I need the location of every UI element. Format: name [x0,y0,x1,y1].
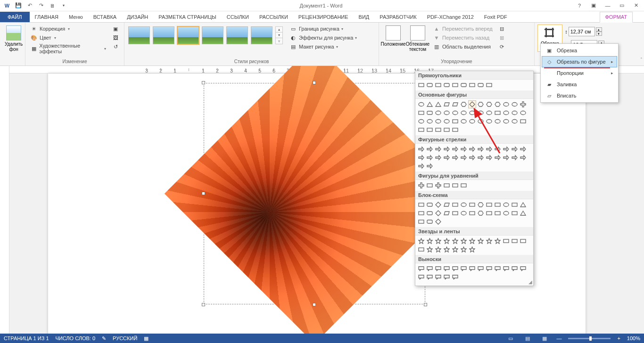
view-read-icon[interactable]: ▭ [505,335,516,342]
shape-option[interactable] [485,201,493,209]
shape-option[interactable] [417,126,425,134]
shape-option[interactable] [434,201,442,209]
qat-customize-icon[interactable]: ▾ [58,1,69,10]
shape-option[interactable] [417,181,425,189]
shape-option[interactable] [417,218,425,226]
tab-mailings[interactable]: РАССЫЛКИ [254,12,293,22]
shape-option[interactable] [519,154,527,162]
picture-effects-button[interactable]: ◐Эффекты для рисунка▾ [288,33,359,42]
shape-option[interactable] [417,209,425,217]
vertical-ruler[interactable] [0,66,9,334]
shape-option[interactable] [485,81,493,89]
shape-option[interactable] [451,265,459,273]
shape-option[interactable] [519,201,527,209]
tab-developer[interactable]: РАЗРАБОТЧИК [374,12,421,22]
shape-option[interactable] [417,109,425,117]
shape-option[interactable] [511,100,519,108]
status-proofing-icon[interactable]: ✎ [102,335,106,342]
shape-option[interactable] [443,201,451,209]
shape-option[interactable] [443,245,451,253]
tab-pdfxchange[interactable]: PDF-XChange 2012 [422,12,479,22]
shape-option[interactable] [426,117,434,125]
picture-styles-gallery[interactable]: ▴ ▾ ▿ [127,24,284,46]
crop-menu-fill[interactable]: ▰Заливка [542,79,617,90]
redo-icon[interactable]: ↷ [36,1,46,10]
shape-option[interactable] [426,273,434,281]
status-macro-icon[interactable]: ▦ [144,335,149,342]
group-button[interactable]: ⊞ [496,33,508,42]
shape-option[interactable] [417,100,425,108]
gallery-down-icon[interactable]: ▾ [276,33,282,38]
shape-option[interactable] [511,154,519,162]
shape-option[interactable] [519,209,527,217]
shape-option[interactable] [502,209,510,217]
style-thumb[interactable] [251,26,272,44]
close-icon[interactable]: ✕ [631,1,641,10]
spin-up-icon[interactable]: ▴ [596,27,602,32]
shape-option[interactable] [519,117,527,125]
shape-option[interactable] [434,126,442,134]
shape-option[interactable] [485,209,493,217]
tab-insert[interactable]: ВСТАВКА [88,12,122,22]
gallery-up-icon[interactable]: ▴ [276,27,282,33]
minimize-icon[interactable]: — [603,1,613,10]
shape-option[interactable] [451,81,459,89]
shape-option[interactable] [502,265,510,273]
shape-option[interactable] [468,81,476,89]
tab-menu[interactable]: Меню [64,12,88,22]
selection-pane-button[interactable]: ▥Область выделения [431,42,495,51]
resize-handle[interactable] [313,303,316,306]
style-thumb[interactable] [128,26,150,44]
shape-option[interactable] [451,154,459,162]
tab-layout[interactable]: РАЗМЕТКА СТРАНИЦЫ [153,12,221,22]
shape-option[interactable] [417,245,425,253]
crop-menu-to-shape[interactable]: ◇Обрезать по фигуре▸ [542,56,617,67]
corrections-button[interactable]: ☀Коррекция▾ [28,24,108,33]
shape-option[interactable] [451,209,459,217]
shape-option[interactable] [443,209,451,217]
tab-design[interactable]: ДИЗАЙН [122,12,153,22]
shape-option[interactable] [468,245,476,253]
shape-option[interactable] [477,81,485,89]
shape-option[interactable] [426,109,434,117]
shape-option[interactable] [460,245,468,253]
new-icon[interactable]: 🗎 [47,1,58,10]
change-picture-button[interactable]: 🖼 [110,33,121,42]
undo-icon[interactable]: ↶ [25,1,35,10]
status-page[interactable]: СТРАНИЦА 1 ИЗ 1 [4,335,49,341]
zoom-level[interactable]: 100% [627,335,640,341]
style-thumb[interactable] [177,26,199,44]
shape-option[interactable] [434,245,442,253]
shape-option[interactable] [451,273,459,281]
maximize-icon[interactable]: ▭ [617,1,627,10]
shape-option[interactable] [443,273,451,281]
word-icon[interactable]: W [2,1,12,10]
compress-button[interactable]: ▣ [110,24,121,33]
collapse-ribbon-icon[interactable]: ˆ [641,57,642,63]
resize-handle[interactable] [313,81,316,84]
shape-option[interactable] [434,209,442,217]
shape-option[interactable] [511,109,519,117]
position-button[interactable]: Положение [382,24,405,48]
shape-option[interactable] [434,81,442,89]
shape-option[interactable] [468,201,476,209]
shape-option[interactable] [417,117,425,125]
zoom-slider[interactable] [568,338,611,339]
shape-option[interactable] [519,145,527,153]
shape-option[interactable] [443,126,451,134]
shape-option[interactable] [460,109,468,117]
shape-option[interactable] [443,154,451,162]
crop-menu-crop[interactable]: ▣Обрезка [542,45,617,56]
resize-handle[interactable] [202,192,205,195]
shape-option[interactable] [477,201,485,209]
reset-picture-button[interactable]: ↺ [110,42,121,51]
status-language[interactable]: РУССКИЙ [113,335,137,341]
tab-references[interactable]: ССЫЛКИ [222,12,254,22]
shape-option[interactable] [426,209,434,217]
shape-option[interactable] [426,126,434,134]
crop-menu-fit[interactable]: ▱Вписать [542,90,617,101]
shape-option[interactable] [451,145,459,153]
shape-option[interactable] [443,145,451,153]
shape-option[interactable] [426,162,434,170]
color-button[interactable]: 🎨Цвет▾ [28,33,108,42]
